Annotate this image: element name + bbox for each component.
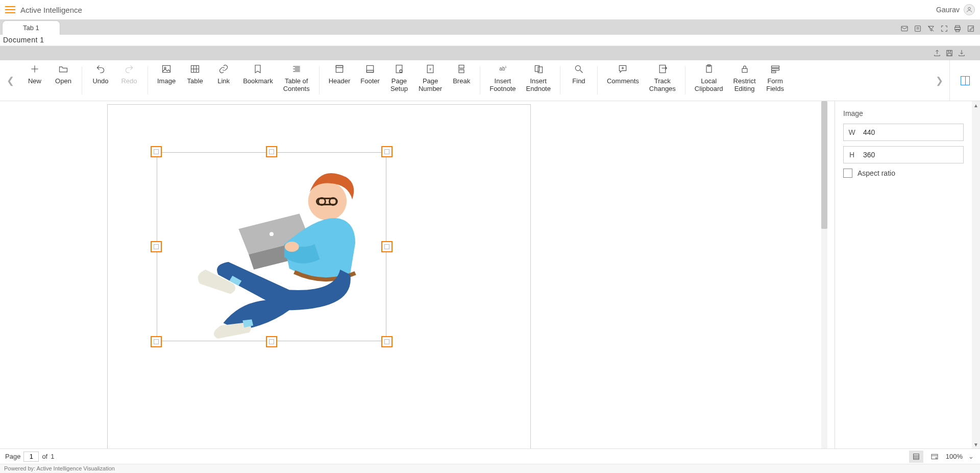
svg-text:1: 1 bbox=[505, 65, 506, 68]
page-number-button[interactable]: #Page Number bbox=[413, 60, 447, 101]
image-width-field[interactable]: W bbox=[843, 124, 964, 141]
scroll-thumb[interactable] bbox=[821, 101, 827, 229]
toc-button[interactable]: Table of Contents bbox=[278, 60, 315, 101]
status-page-total: 1 bbox=[51, 453, 54, 460]
ribbon-scroll-left[interactable]: ❮ bbox=[0, 60, 20, 101]
local-clipboard-icon bbox=[703, 63, 715, 75]
undo-button[interactable]: Undo bbox=[86, 60, 115, 101]
page-setup-button[interactable]: Page Setup bbox=[385, 60, 413, 101]
ribbon-toolbar: ❮ NewOpenUndoRedoImageTableLinkBookmarkT… bbox=[0, 60, 980, 101]
svg-rect-26 bbox=[366, 70, 373, 73]
comments-button[interactable]: Comments bbox=[602, 60, 644, 101]
status-page-current-input[interactable] bbox=[23, 452, 39, 462]
form-fields-icon bbox=[770, 63, 781, 75]
page-number-label: Page Number bbox=[419, 78, 442, 93]
save-icon[interactable] bbox=[945, 49, 953, 57]
zoom-value[interactable]: 100% bbox=[946, 453, 963, 460]
page-setup-label: Page Setup bbox=[390, 78, 408, 93]
notes-icon[interactable] bbox=[914, 25, 922, 33]
bookmark-icon bbox=[252, 63, 263, 75]
svg-line-39 bbox=[580, 70, 582, 73]
resize-handle-tm[interactable] bbox=[266, 146, 277, 157]
svg-rect-48 bbox=[771, 71, 775, 73]
resize-handle-bm[interactable] bbox=[266, 336, 277, 347]
tabstrip: Tab 1 bbox=[0, 19, 980, 35]
checkbox-box-icon[interactable] bbox=[843, 169, 852, 178]
outer-scroll-down-icon[interactable]: ▼ bbox=[972, 440, 980, 448]
view-web-layout-icon[interactable] bbox=[927, 451, 942, 463]
link-icon bbox=[218, 63, 229, 75]
footer: Powered by: Active Intelligence Visualiz… bbox=[0, 464, 980, 473]
open-button[interactable]: Open bbox=[49, 60, 78, 101]
local-clipboard-button[interactable]: Local Clipboard bbox=[690, 60, 728, 101]
form-fields-button[interactable]: Form Fields bbox=[761, 60, 790, 101]
track-changes-button[interactable]: Track Changes bbox=[644, 60, 681, 101]
filter-off-icon[interactable] bbox=[927, 25, 935, 33]
svg-rect-42 bbox=[659, 65, 666, 73]
insert-footnote-button[interactable]: ab1Insert Footnote bbox=[484, 60, 521, 101]
upload-icon[interactable] bbox=[933, 49, 941, 57]
table-button[interactable]: Table bbox=[181, 60, 209, 101]
footer-button[interactable]: Footer bbox=[355, 60, 385, 101]
resize-handle-tl[interactable] bbox=[151, 146, 162, 157]
toc-label: Table of Contents bbox=[283, 78, 310, 93]
image-button[interactable]: Image bbox=[152, 60, 181, 101]
svg-rect-46 bbox=[771, 66, 779, 67]
resize-handle-br[interactable] bbox=[381, 336, 393, 347]
table-label: Table bbox=[187, 78, 203, 85]
restrict-editing-button[interactable]: Restrict Editing bbox=[728, 60, 761, 101]
redo-button: Redo bbox=[115, 60, 143, 101]
ribbon-separator bbox=[319, 66, 320, 94]
fullscreen-icon[interactable] bbox=[940, 25, 948, 33]
svg-rect-36 bbox=[535, 65, 539, 72]
svg-point-38 bbox=[575, 65, 580, 70]
image-illustration bbox=[157, 153, 386, 341]
redo-label: Redo bbox=[121, 78, 137, 85]
bookmark-button[interactable]: Bookmark bbox=[238, 60, 278, 101]
outer-scroll-up-icon[interactable]: ▲ bbox=[972, 101, 980, 109]
find-button[interactable]: Find bbox=[565, 60, 593, 101]
aspect-ratio-label: Aspect ratio bbox=[857, 169, 895, 177]
app-title: Active Intelligence bbox=[20, 6, 82, 14]
image-width-input[interactable] bbox=[860, 124, 963, 140]
mail-icon[interactable] bbox=[900, 25, 909, 33]
resize-handle-bl[interactable] bbox=[151, 336, 162, 347]
image-height-input[interactable] bbox=[860, 147, 963, 163]
new-button[interactable]: New bbox=[20, 60, 49, 101]
menu-hamburger-icon[interactable] bbox=[5, 6, 15, 13]
ribbon-scroll-right[interactable]: ❯ bbox=[929, 60, 949, 101]
selection-box bbox=[157, 152, 386, 341]
resize-handle-ml[interactable] bbox=[151, 241, 162, 252]
print-icon[interactable] bbox=[953, 25, 962, 33]
header-button[interactable]: Header bbox=[324, 60, 356, 101]
resize-handle-mr[interactable] bbox=[381, 241, 393, 252]
outer-vertical-scrollbar[interactable]: ▲ ▼ bbox=[972, 101, 980, 448]
zoom-dropdown-icon[interactable]: ⌄ bbox=[967, 453, 975, 460]
app-topbar: Active Intelligence Gaurav bbox=[0, 0, 980, 19]
aspect-ratio-checkbox[interactable]: Aspect ratio bbox=[843, 169, 964, 178]
insert-endnote-button[interactable]: Insert Endnote bbox=[521, 60, 556, 101]
width-label: W bbox=[844, 128, 860, 136]
side-panel-toggle[interactable] bbox=[949, 60, 980, 101]
page-setup-icon bbox=[394, 63, 405, 75]
svg-text:#: # bbox=[429, 67, 431, 71]
selected-image[interactable] bbox=[157, 152, 386, 341]
svg-point-52 bbox=[308, 182, 347, 221]
download-icon[interactable] bbox=[958, 49, 966, 57]
document-title: Document 1 bbox=[3, 36, 44, 44]
break-button[interactable]: Break bbox=[447, 60, 476, 101]
link-button[interactable]: Link bbox=[209, 60, 238, 101]
user-avatar-icon[interactable] bbox=[964, 4, 975, 15]
document-title-row: Document 1 bbox=[0, 35, 980, 46]
tab-1[interactable]: Tab 1 bbox=[2, 20, 60, 35]
view-page-layout-icon[interactable] bbox=[909, 451, 923, 463]
canvas-vertical-scrollbar[interactable]: ▲ ▼ bbox=[821, 101, 827, 448]
tab-label: Tab 1 bbox=[23, 24, 39, 32]
secondary-toolbar bbox=[0, 46, 980, 60]
image-height-field[interactable]: H bbox=[843, 146, 964, 163]
ribbon-separator bbox=[82, 66, 82, 94]
edit-icon[interactable] bbox=[967, 25, 975, 33]
resize-handle-tr[interactable] bbox=[381, 146, 393, 157]
canvas-area[interactable]: ▲ ▼ bbox=[0, 101, 835, 448]
ribbon-separator bbox=[148, 66, 148, 94]
